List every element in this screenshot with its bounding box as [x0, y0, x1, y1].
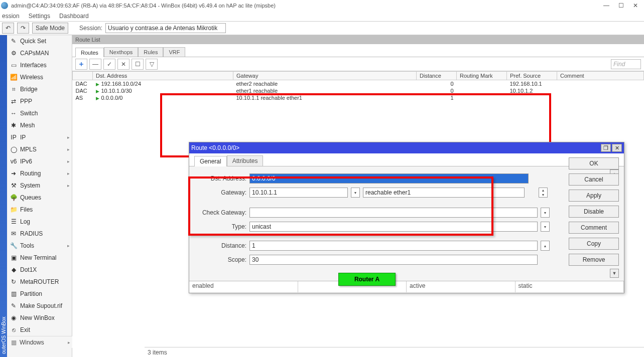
sidebar-item-ppp[interactable]: ⇄PPP: [7, 95, 72, 107]
sidebar-item-partition[interactable]: ▥Partition: [7, 288, 72, 300]
vertical-spine: outerOS WinBox: [0, 35, 7, 357]
filter-button[interactable]: ▽: [146, 59, 158, 70]
sidebar-icon: 📁: [10, 206, 17, 213]
type-dropdown[interactable]: ▼: [541, 222, 550, 232]
table-row[interactable]: AS▶0.0.0.0/010.10.1.1 reachable ether11: [73, 94, 644, 101]
ok-button[interactable]: OK: [569, 157, 619, 169]
table-row[interactable]: DAC▶10.10.1.0/30ether1 reachable010.10.1…: [73, 87, 644, 94]
find-input[interactable]: Find: [611, 59, 641, 69]
remove-button[interactable]: Remove: [569, 254, 619, 266]
scroll-down-button[interactable]: ▼: [610, 269, 619, 278]
app-logo-icon: [1, 2, 8, 9]
sidebar-item-mpls[interactable]: ◯MPLS▸: [7, 143, 72, 155]
gateway-dropdown[interactable]: ▼: [351, 188, 360, 198]
input-gateway[interactable]: 10.10.1.1: [249, 188, 348, 198]
label-gateway: Gateway:: [195, 189, 246, 196]
sidebar-item-files[interactable]: 📁Files: [7, 204, 72, 216]
column-header[interactable]: Comment: [557, 72, 644, 80]
column-header[interactable]: Dst. Address: [93, 72, 233, 80]
sidebar-item-label: Routing: [20, 170, 41, 177]
sidebar-item-wireless[interactable]: 📶Wireless: [7, 71, 72, 83]
label-scope: Scope:: [195, 256, 246, 263]
menu-settings[interactable]: Settings: [29, 13, 50, 20]
table-row[interactable]: DAC▶192.168.10.0/24ether2 reachable0192.…: [73, 80, 644, 88]
input-type[interactable]: unicast: [249, 222, 538, 232]
sidebar-item-switch[interactable]: ↔Switch: [7, 107, 72, 119]
dialog-tab-general[interactable]: General: [194, 156, 227, 166]
enable-button[interactable]: ✓: [103, 59, 115, 70]
sidebar-item-label: Queues: [20, 194, 41, 201]
dialog-restore-button[interactable]: ❐: [601, 144, 611, 152]
dialog-tab-attributes[interactable]: Attributes: [227, 155, 264, 166]
sidebar-item-label: MetaROUTER: [20, 278, 59, 285]
distance-spin[interactable]: ▲: [541, 241, 550, 251]
sidebar-item-system[interactable]: ⚒System▸: [7, 180, 72, 192]
sidebar-item-tools[interactable]: 🔧Tools▸: [7, 240, 72, 252]
input-scope[interactable]: 30: [249, 255, 538, 265]
sidebar-item-label: New WinBox: [20, 314, 55, 321]
safe-mode-button[interactable]: Safe Mode: [32, 23, 68, 34]
remove-row-button[interactable]: —: [89, 59, 101, 70]
check-gateway-dropdown[interactable]: ▼: [541, 208, 550, 218]
undo-button[interactable]: ↶: [2, 23, 14, 34]
disable-button[interactable]: ✕: [117, 59, 130, 70]
sidebar-item-exit[interactable]: ⎋Exit: [7, 324, 72, 336]
sidebar-item-log[interactable]: ☰Log: [7, 216, 72, 228]
status-cell: enabled: [189, 281, 298, 292]
dialog-close-button[interactable]: ✕: [612, 144, 622, 152]
column-header[interactable]: Gateway: [233, 72, 417, 80]
chevron-right-icon: ▸: [67, 135, 70, 140]
redo-button[interactable]: ↷: [17, 23, 29, 34]
tab-nexthops[interactable]: Nexthops: [104, 47, 138, 57]
session-value[interactable]: Usuario y contrase.a de Antenas Mikrotik: [105, 23, 226, 33]
menu-session[interactable]: ession: [2, 13, 20, 20]
sidebar-item-ipv6[interactable]: v6IPv6▸: [7, 155, 72, 167]
sidebar-item-new-terminal[interactable]: ▣New Terminal: [7, 252, 72, 264]
label-check-gateway: Check Gateway:: [195, 209, 246, 216]
tab-routes[interactable]: Routes: [75, 48, 104, 57]
sidebar-item-queues[interactable]: 🌳Queues: [7, 192, 72, 204]
sidebar-item-capsman[interactable]: ⚙CAPsMAN: [7, 47, 72, 59]
sidebar-icon: 🌳: [10, 194, 17, 201]
tab-vrf[interactable]: VRF: [163, 47, 185, 57]
comment-button[interactable]: ☐: [132, 59, 144, 70]
input-dst-address[interactable]: 0.0.0.0/0: [249, 173, 529, 184]
sidebar-item-mesh[interactable]: ✱Mesh: [7, 119, 72, 131]
sidebar-item-label: Tools: [20, 242, 34, 249]
apply-button[interactable]: Apply: [569, 190, 619, 202]
column-header[interactable]: Routing Mark: [457, 72, 507, 80]
menu-dashboard[interactable]: Dashboard: [59, 13, 89, 20]
sidebar-item-routing[interactable]: ➜Routing▸: [7, 167, 72, 180]
column-header[interactable]: [73, 72, 93, 80]
gateway-spin[interactable]: ▲▼: [539, 188, 548, 198]
sidebar-item-label: IP: [20, 134, 26, 141]
label-type: Type:: [195, 223, 246, 230]
maximize-button[interactable]: ☐: [618, 2, 624, 9]
minimize-button[interactable]: —: [603, 2, 609, 9]
close-button[interactable]: ✕: [633, 2, 638, 9]
windows-menu[interactable]: ▦ Windows ▸: [7, 336, 72, 348]
add-button[interactable]: ＋: [75, 59, 87, 70]
sidebar-item-bridge[interactable]: ⌗Bridge: [7, 83, 72, 95]
sidebar-item-dot1x[interactable]: ◆Dot1X: [7, 264, 72, 276]
disable-button[interactable]: Disable: [569, 206, 619, 218]
input-distance[interactable]: 1: [249, 241, 538, 251]
sidebar-item-ip[interactable]: IPIP▸: [7, 131, 72, 143]
copy-button[interactable]: Copy: [569, 238, 619, 250]
sidebar-item-new-winbox[interactable]: ◉New WinBox: [7, 312, 72, 324]
cancel-button[interactable]: Cancel: [569, 173, 619, 186]
sidebar-item-make-supout.rif[interactable]: ✎Make Supout.rif: [7, 300, 72, 312]
sidebar-icon: ↻: [10, 278, 17, 285]
sidebar-icon: ⇄: [10, 98, 17, 105]
column-header[interactable]: Distance: [417, 72, 457, 80]
sidebar-item-radius[interactable]: ✉RADIUS: [7, 228, 72, 240]
sidebar-item-metarouter[interactable]: ↻MetaROUTER: [7, 276, 72, 288]
tab-rules[interactable]: Rules: [138, 47, 163, 57]
column-header[interactable]: Pref. Source: [507, 72, 557, 80]
sidebar-item-interfaces[interactable]: ▭Interfaces: [7, 59, 72, 71]
sidebar-item-quick-set[interactable]: ✎Quick Set: [7, 35, 72, 47]
sidebar-item-label: Dot1X: [20, 266, 37, 273]
status-cell: static: [516, 281, 624, 292]
input-check-gateway[interactable]: [249, 208, 538, 218]
comment-button[interactable]: Comment: [569, 222, 619, 234]
